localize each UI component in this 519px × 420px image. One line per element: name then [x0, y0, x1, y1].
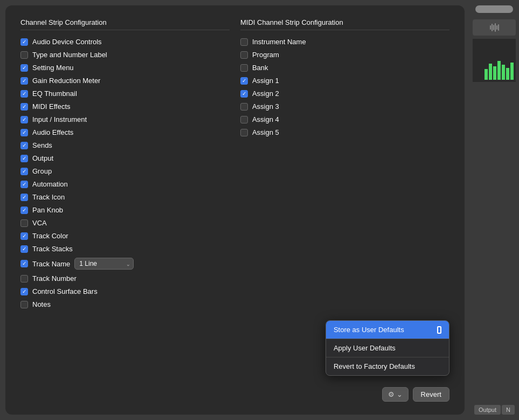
left-checkbox-item-7[interactable]: Audio Effects [20, 128, 230, 136]
left-checkbox-item-8[interactable]: Sends [20, 141, 230, 149]
revert-button[interactable]: Revert [413, 387, 449, 402]
green-bar-4 [497, 61, 501, 80]
left-checkbox-item-3[interactable]: Gain Reduction Meter [20, 77, 230, 85]
checkbox-7[interactable] [20, 129, 28, 136]
checkbox-13[interactable] [20, 206, 28, 214]
right-checkbox-label-2: Bank [252, 64, 268, 72]
checkbox-label-19: Control Surface Bars [32, 287, 98, 295]
left-checkbox-item-15[interactable]: Track Color [20, 232, 230, 240]
dropdown-item-label-2: Revert to Factory Defaults [334, 362, 415, 370]
right-checkbox-item-0[interactable]: Instrument Name [240, 38, 449, 46]
left-checkbox-item-20[interactable]: Notes [20, 300, 230, 308]
left-checkbox-item-0[interactable]: Audio Device Controls [20, 38, 230, 46]
sidebar-green-block [473, 39, 516, 82]
left-checkbox-item-14[interactable]: VCA [20, 219, 230, 227]
right-checkbox-7[interactable] [240, 129, 248, 136]
checkbox-label-0: Audio Device Controls [32, 38, 102, 46]
right-checkbox-3[interactable] [240, 77, 248, 85]
right-checkbox-item-7[interactable]: Assign 5 [240, 128, 449, 136]
track-name-select[interactable]: 1 Line2 Lines3 Lines [74, 258, 134, 270]
sidebar-slider[interactable] [475, 5, 513, 13]
left-checkbox-item-11[interactable]: Automation [20, 180, 230, 188]
sidebar-tab-row: Output N [474, 405, 515, 415]
right-checkbox-item-4[interactable]: Assign 2 [240, 89, 449, 98]
checkbox-15[interactable] [20, 232, 28, 240]
right-checkbox-item-1[interactable]: Program [240, 51, 449, 59]
right-checkbox-item-6[interactable]: Assign 4 [240, 115, 449, 123]
checkbox-16[interactable] [20, 245, 28, 253]
sidebar-n-tab[interactable]: N [502, 405, 515, 415]
checkbox-14[interactable] [20, 219, 28, 227]
checkbox-1[interactable] [20, 51, 28, 59]
checkbox-17[interactable] [20, 260, 28, 267]
left-checkbox-item-1[interactable]: Type and Number Label [20, 51, 230, 59]
checkbox-label-4: EQ Thumbnail [32, 89, 77, 98]
checkbox-11[interactable] [20, 181, 28, 188]
left-checkbox-item-13[interactable]: Pan Knob [20, 206, 230, 214]
green-bar-1 [485, 69, 488, 80]
green-bar-7 [510, 63, 514, 80]
left-items-container: Audio Device ControlsType and Number Lab… [20, 38, 230, 308]
checkbox-label-1: Type and Number Label [32, 51, 107, 59]
checkbox-2[interactable] [20, 64, 28, 72]
left-column-title: Channel Strip Configuration [20, 18, 230, 30]
waveform-bar-2 [492, 24, 493, 31]
right-checkbox-1[interactable] [240, 51, 248, 59]
dropdown-item-1[interactable]: Apply User Defaults [326, 339, 449, 357]
checkbox-18[interactable] [20, 275, 28, 283]
dropdown-item-label-1: Apply User Defaults [334, 344, 396, 352]
left-checkbox-item-12[interactable]: Track Icon [20, 193, 230, 201]
left-checkbox-item-19[interactable]: Control Surface Bars [20, 287, 230, 295]
right-checkbox-item-5[interactable]: Assign 3 [240, 102, 449, 111]
left-checkbox-item-4[interactable]: EQ Thumbnail [20, 89, 230, 98]
right-checkbox-item-2[interactable]: Bank [240, 64, 449, 72]
green-bar-6 [506, 68, 509, 80]
bottom-bar: Store as User DefaultsApply User Default… [20, 387, 449, 402]
right-checkbox-0[interactable] [240, 38, 248, 46]
checkbox-9[interactable] [20, 155, 28, 162]
right-checkbox-5[interactable] [240, 103, 248, 111]
right-checkbox-item-3[interactable]: Assign 1 [240, 77, 449, 85]
green-bars [482, 59, 516, 82]
checkbox-3[interactable] [20, 77, 28, 85]
checkbox-label-6: Input / Instrument [32, 115, 87, 123]
left-checkbox-item-2[interactable]: Setting Menu [20, 64, 230, 72]
left-checkbox-item-10[interactable]: Group [20, 167, 230, 175]
right-checkbox-label-3: Assign 1 [252, 77, 279, 85]
left-checkbox-item-18[interactable]: Track Number [20, 274, 230, 283]
checkbox-12[interactable] [20, 194, 28, 201]
checkbox-6[interactable] [20, 116, 28, 123]
gear-button[interactable]: ⚙ ⌄ [382, 387, 409, 402]
left-checkbox-item-16[interactable]: Track Stacks [20, 245, 230, 253]
checkbox-20[interactable] [20, 301, 28, 308]
left-checkbox-item-6[interactable]: Input / Instrument [20, 115, 230, 123]
right-checkbox-label-1: Program [252, 51, 279, 59]
dropdown-item-0[interactable]: Store as User Defaults [326, 321, 449, 339]
main-container: Channel Strip Configuration Audio Device… [0, 0, 519, 420]
sidebar-output-tab[interactable]: Output [474, 405, 501, 415]
checkbox-10[interactable] [20, 168, 28, 175]
checkbox-5[interactable] [20, 103, 28, 111]
dropdown-item-2[interactable]: Revert to Factory Defaults [326, 357, 449, 375]
cursor-icon [437, 326, 441, 334]
checkbox-label-18: Track Number [32, 274, 77, 283]
checkbox-0[interactable] [20, 38, 28, 46]
checkbox-19[interactable] [20, 288, 28, 295]
checkbox-label-2: Setting Menu [32, 64, 74, 72]
waveform-bar-5 [496, 25, 497, 30]
left-column: Channel Strip Configuration Audio Device… [20, 18, 230, 378]
right-checkbox-4[interactable] [240, 90, 248, 98]
checkbox-4[interactable] [20, 90, 28, 98]
left-checkbox-item-5[interactable]: MIDI Effects [20, 102, 230, 111]
green-bar-3 [493, 66, 496, 80]
right-items-container: Instrument NameProgramBankAssign 1Assign… [240, 38, 449, 136]
gear-icon: ⚙ [388, 390, 395, 398]
checkbox-8[interactable] [20, 142, 28, 149]
waveform-bar-4 [495, 23, 496, 32]
checkbox-label-11: Automation [32, 180, 68, 188]
checkbox-label-15: Track Color [32, 232, 68, 240]
right-checkbox-2[interactable] [240, 64, 248, 72]
right-checkbox-6[interactable] [240, 116, 248, 123]
waveform-bar-3 [493, 25, 494, 30]
left-checkbox-item-9[interactable]: Output [20, 154, 230, 162]
